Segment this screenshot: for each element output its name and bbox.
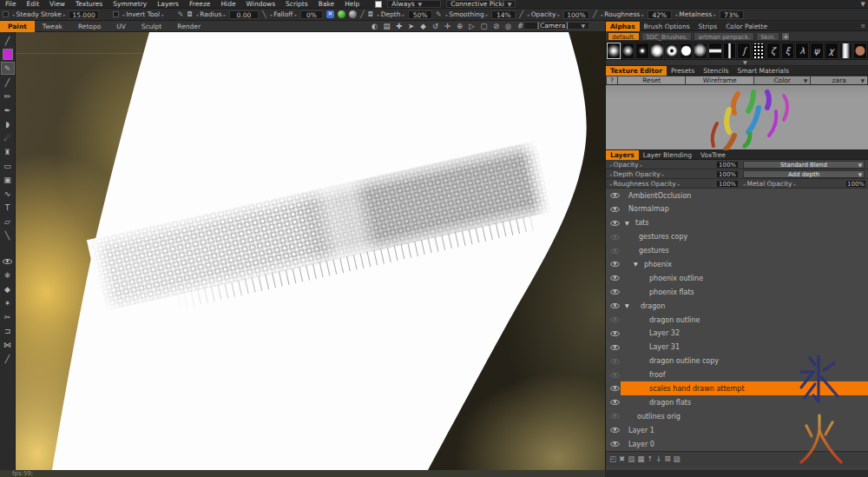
frame-icon[interactable]: ▢ bbox=[478, 21, 490, 32]
layer-row[interactable]: AmbientOcclusion bbox=[606, 189, 868, 202]
layer-row[interactable]: gestures bbox=[606, 244, 868, 258]
pick-tool[interactable]: ╱ bbox=[1, 34, 15, 47]
steady-stroke-checkbox[interactable] bbox=[3, 11, 9, 17]
alpha-soft-circle[interactable] bbox=[607, 43, 621, 59]
marquee-tool[interactable]: ▭ bbox=[1, 159, 15, 172]
menu-windows[interactable]: Windows bbox=[241, 0, 280, 9]
wand-tool[interactable]: ✶ bbox=[1, 296, 15, 309]
tab-uv[interactable]: UV bbox=[108, 21, 134, 32]
move-layer-up-icon[interactable]: ↑ bbox=[647, 454, 653, 463]
pen-icon[interactable]: ╱ bbox=[519, 10, 523, 19]
symmetry-tool[interactable]: ⋈ bbox=[1, 338, 15, 351]
alpha-squiggle[interactable]: ʃ bbox=[737, 43, 751, 59]
copy-tool[interactable]: ▣ bbox=[1, 173, 15, 186]
expander-icon[interactable]: ▼ bbox=[634, 261, 638, 267]
tab-render[interactable]: Render bbox=[169, 21, 208, 32]
layer-visibility-icon[interactable] bbox=[610, 356, 619, 365]
layer-visibility-icon[interactable] bbox=[610, 246, 619, 255]
panel-menu-icon[interactable]: ≡ bbox=[860, 22, 865, 31]
tab-layers[interactable]: Layers bbox=[606, 150, 639, 160]
reset-button[interactable]: Reset bbox=[618, 76, 685, 84]
pen-icon[interactable]: ╲ bbox=[262, 10, 266, 19]
rotate-icon[interactable]: ↺ bbox=[430, 21, 441, 32]
alpha-dot-grid[interactable] bbox=[752, 43, 766, 59]
airbrush-tool[interactable]: ✏ bbox=[1, 89, 15, 103]
iron-tool[interactable]: ⊐ bbox=[1, 324, 15, 337]
layer-row[interactable]: outlines orig bbox=[606, 409, 868, 423]
tab-layer-blending[interactable]: Layer Blending bbox=[639, 150, 696, 160]
layer-row[interactable]: Layer 32 bbox=[606, 327, 868, 341]
layer-visibility-icon[interactable] bbox=[610, 301, 619, 309]
object-dropdown[interactable]: zara▼ bbox=[811, 76, 867, 84]
expander-icon[interactable]: ▼ bbox=[625, 302, 629, 308]
alpha-set-3dc_brushes[interactable]: 3DC_Brushes. bbox=[641, 32, 693, 41]
new-layer-icon[interactable]: ◰ bbox=[609, 454, 616, 463]
alpha-scratch-4[interactable]: ψ bbox=[810, 43, 824, 59]
pencil-tool[interactable]: ╱ bbox=[1, 76, 15, 89]
chalk-tool[interactable]: ✒ bbox=[1, 103, 15, 116]
rect-tool[interactable]: ▱ bbox=[1, 215, 15, 228]
layer-visibility-icon[interactable] bbox=[610, 398, 619, 407]
layer-row[interactable]: phoenix flats bbox=[606, 285, 868, 299]
layer-row[interactable]: Layer 1 bbox=[606, 423, 868, 437]
focus-icon[interactable]: ⊕ bbox=[454, 21, 465, 32]
brush-icon[interactable]: ✎ bbox=[178, 10, 184, 19]
layer-visibility-icon[interactable] bbox=[610, 370, 619, 379]
current-color-swatch[interactable] bbox=[3, 49, 13, 60]
alpha-scratch-2[interactable]: ξ bbox=[781, 43, 795, 59]
viewport-canvas[interactable] bbox=[16, 32, 605, 470]
freeze-tool[interactable]: ❄ bbox=[1, 268, 15, 282]
cursor-icon[interactable]: ➤ bbox=[405, 21, 417, 32]
tab-color-palette[interactable]: Color Palette bbox=[721, 22, 772, 31]
alpha-scratch-5[interactable]: χ bbox=[825, 43, 838, 59]
tab-stencils[interactable]: Stencils bbox=[699, 66, 733, 76]
layer-visibility-icon[interactable] bbox=[610, 232, 619, 241]
tab-alphas[interactable]: Alphas bbox=[606, 22, 640, 31]
tab-voxtree[interactable]: VoxTree bbox=[696, 150, 730, 160]
menu-edit[interactable]: Edit bbox=[22, 0, 45, 9]
tab-brush-options[interactable]: Brush Options bbox=[640, 22, 694, 31]
brush-icon[interactable]: ✎ bbox=[436, 10, 442, 19]
tab-strips[interactable]: Strips bbox=[694, 22, 722, 31]
opacity-value[interactable]: 100% bbox=[563, 10, 589, 19]
text-tool[interactable]: T bbox=[1, 201, 15, 214]
play-icon[interactable]: ▷ bbox=[466, 21, 477, 32]
layer-row[interactable]: froof bbox=[606, 368, 868, 382]
layer-visibility-icon[interactable] bbox=[610, 384, 619, 393]
picking-mode-dropdown[interactable]: Connective Picki▼ bbox=[446, 0, 516, 8]
tab-tweak[interactable]: Tweak bbox=[35, 21, 70, 32]
tab-paint[interactable]: Paint bbox=[0, 21, 35, 32]
disable-icon[interactable]: ⊘ bbox=[490, 21, 502, 32]
layer-visibility-icon[interactable] bbox=[610, 204, 619, 213]
layer-row[interactable]: dragon outline bbox=[606, 313, 868, 327]
layer-row[interactable]: phoenix outline bbox=[606, 271, 868, 285]
stroke-tool[interactable]: ╲ bbox=[1, 229, 15, 242]
drop-icon[interactable]: ◆ bbox=[418, 21, 429, 32]
menu-layers[interactable]: Layers bbox=[152, 0, 184, 9]
layer-row[interactable]: ▼dragon bbox=[606, 299, 868, 313]
tab-smart-materials[interactable]: Smart Materials bbox=[733, 66, 792, 76]
smudge-tool[interactable]: ◗ bbox=[1, 117, 15, 130]
add-icon[interactable]: ✛ bbox=[442, 21, 453, 32]
steady-stroke-value[interactable]: 15.000 bbox=[69, 10, 98, 19]
lock-icon[interactable]: ◘ bbox=[368, 10, 373, 19]
target-icon[interactable]: ◎ bbox=[503, 21, 514, 32]
menu-file[interactable]: File bbox=[0, 0, 22, 9]
contrast-icon[interactable]: ◐ bbox=[369, 21, 380, 32]
layer-visibility-icon[interactable] bbox=[610, 342, 619, 351]
alpha-ring[interactable] bbox=[665, 43, 679, 59]
tab-texture-editor[interactable]: Texture Editor bbox=[606, 66, 667, 76]
tab-retopo[interactable]: Retopo bbox=[70, 21, 108, 32]
metal-opacity-value[interactable]: 100% bbox=[845, 180, 866, 188]
color-swatch[interactable] bbox=[1, 48, 15, 61]
alpha-set-skin[interactable]: Skin. bbox=[756, 32, 779, 41]
duplicate-layer-icon[interactable]: ▦ bbox=[637, 454, 644, 463]
clear-icon[interactable]: ✕ bbox=[326, 10, 334, 18]
scroll-down-icon[interactable]: ▼ bbox=[743, 59, 747, 65]
layer-visibility-icon[interactable] bbox=[610, 218, 619, 227]
copy-layer-icon[interactable]: ▥ bbox=[628, 454, 635, 463]
blend-mode-dropdown[interactable]: Standard Blend▼ bbox=[743, 161, 865, 169]
alpha-set-default[interactable]: default. bbox=[608, 32, 640, 41]
alpha-bright-circle[interactable] bbox=[650, 43, 664, 59]
layer-visibility-icon[interactable] bbox=[610, 328, 619, 337]
